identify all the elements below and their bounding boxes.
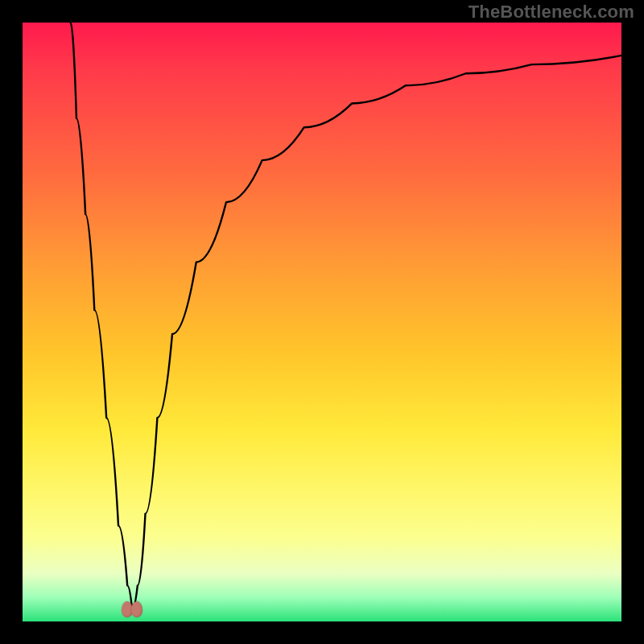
curve-svg <box>23 23 621 621</box>
chart-frame: TheBottleneck.com <box>0 0 644 644</box>
plot-area <box>23 23 621 621</box>
bottleneck-curve <box>71 23 621 609</box>
watermark-text: TheBottleneck.com <box>469 2 634 23</box>
